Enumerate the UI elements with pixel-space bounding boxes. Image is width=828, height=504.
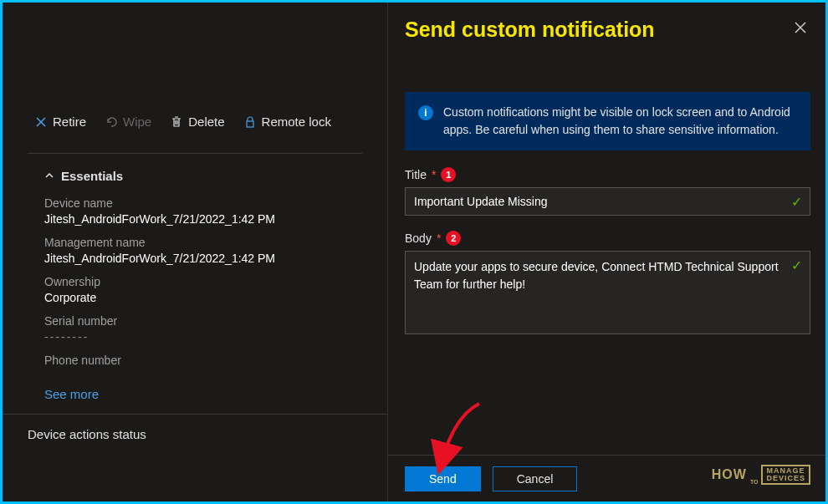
field-value: Jitesh_AndroidForWork_7/21/2022_1:42 PM (44, 252, 345, 265)
send-button[interactable]: Send (405, 466, 481, 491)
annotation-badge-2: 2 (446, 231, 461, 246)
cancel-button[interactable]: Cancel (493, 466, 578, 491)
field-management-name: Management name Jitesh_AndroidForWork_7/… (3, 231, 387, 270)
device-actions-status-header: Device actions status (3, 414, 387, 441)
button-row: Send Cancel (405, 458, 577, 491)
undo-icon (105, 115, 118, 129)
body-input-wrap: ✓ (405, 251, 810, 338)
logo-right: MANAGE DEVICES (761, 465, 810, 485)
send-notification-panel: Send custom notification i Custom notifi… (387, 3, 827, 501)
required-star-icon: * (432, 168, 436, 181)
info-text: Custom notifications might be visible on… (443, 104, 797, 139)
retire-label: Retire (53, 115, 86, 129)
svg-rect-0 (247, 121, 253, 127)
title-label-row: Title * 1 (405, 167, 810, 182)
trash-icon (170, 115, 183, 129)
lock-icon (243, 115, 257, 129)
remote-lock-label: Remote lock (262, 115, 331, 129)
panel-header: Send custom notification (388, 0, 827, 50)
body-label: Body (405, 232, 432, 245)
logo-how: HOW (712, 467, 747, 482)
essentials-toggle[interactable]: Essentials (3, 154, 387, 191)
title-label: Title (405, 168, 427, 181)
checkmark-icon: ✓ (791, 194, 802, 210)
field-value-redacted: -------- (44, 330, 345, 344)
checkmark-icon: ✓ (791, 257, 802, 273)
device-toolbar: Retire Wipe Delete Remote lock (3, 103, 387, 140)
body-textarea[interactable] (405, 251, 810, 334)
retire-button[interactable]: Retire (28, 111, 93, 132)
delete-button[interactable]: Delete (163, 111, 231, 132)
field-label: Ownership (44, 275, 345, 288)
panel-title: Send custom notification (405, 18, 655, 42)
field-label: Phone number (44, 354, 345, 367)
title-input[interactable] (405, 187, 810, 216)
info-icon: i (418, 105, 433, 120)
field-value: Corporate (44, 291, 345, 304)
body-form-group: Body * 2 ✓ (405, 231, 810, 338)
close-icon (794, 21, 807, 38)
remote-lock-button[interactable]: Remote lock (237, 111, 338, 132)
logo-to: TO (750, 479, 759, 485)
field-phone-number: Phone number (3, 349, 387, 374)
delete-label: Delete (188, 115, 224, 129)
body-label-row: Body * 2 (405, 231, 810, 246)
close-button[interactable] (790, 18, 810, 42)
wipe-button: Wipe (98, 111, 158, 132)
essentials-header-text: Essentials (61, 169, 123, 183)
annotation-badge-1: 1 (441, 167, 456, 182)
field-ownership: Ownership Corporate (3, 270, 387, 309)
field-label: Serial number (44, 314, 345, 328)
wipe-label: Wipe (123, 115, 151, 129)
title-input-wrap: ✓ (405, 187, 810, 216)
required-star-icon: * (437, 232, 441, 245)
title-form-group: Title * 1 ✓ (405, 167, 810, 216)
field-label: Device name (44, 196, 345, 210)
device-detail-panel: Retire Wipe Delete Remote lock Essential… (3, 3, 387, 501)
chevron-up-icon (44, 169, 54, 183)
logo-devices: DEVICES (766, 475, 805, 482)
retire-x-icon (34, 115, 48, 129)
info-banner: i Custom notifications might be visible … (405, 92, 810, 150)
field-value: Jitesh_AndroidForWork_7/21/2022_1:42 PM (44, 212, 345, 226)
field-label: Management name (44, 236, 345, 249)
watermark-logo: HOW TO MANAGE DEVICES (712, 465, 810, 485)
field-serial-number: Serial number -------- (3, 309, 387, 349)
field-device-name: Device name Jitesh_AndroidForWork_7/21/2… (3, 191, 387, 231)
see-more-link[interactable]: See more (3, 374, 141, 414)
